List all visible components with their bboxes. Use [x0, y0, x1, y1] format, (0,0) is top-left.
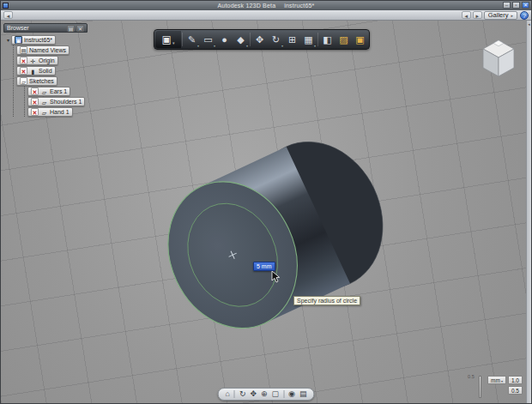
- tool-extrude-button[interactable]: ◆▾: [233, 31, 249, 48]
- help-icon[interactable]: ?: [520, 11, 529, 20]
- move-icon: ✥: [256, 34, 263, 45]
- tool-sketch-button[interactable]: ✎▾: [184, 31, 200, 48]
- sketch-icon: ✎: [188, 34, 196, 45]
- maximize-button[interactable]: ▫: [512, 2, 520, 9]
- panel-close-icon[interactable]: ✕: [76, 25, 84, 32]
- sphere-icon: ●: [221, 34, 227, 45]
- sketch-icon: ▱: [40, 98, 48, 106]
- tool-combine-button[interactable]: ⊞: [284, 31, 300, 48]
- box-icon: ▭: [203, 34, 212, 45]
- grid-ruler[interactable]: 0.5: [476, 376, 484, 398]
- display-settings-icon[interactable]: ▤: [299, 389, 307, 400]
- gallery-label: Gallery: [488, 11, 509, 19]
- combine-icon: ⊞: [288, 34, 296, 45]
- browser-item-root[interactable]: ▾ ▣ instruct65*: [5, 35, 88, 45]
- pattern-icon: ▦: [304, 34, 312, 45]
- look-at-icon[interactable]: ◉: [288, 389, 295, 400]
- browser-item-sketches[interactable]: ▱ Sketches: [16, 76, 88, 86]
- home-icon[interactable]: ⌂: [226, 389, 230, 400]
- scale-controls: 0.5 mm▾ 1.0 0.5: [476, 376, 523, 398]
- visibility-off-icon[interactable]: ✕: [31, 98, 39, 106]
- browser-item-solid[interactable]: ✕ ▮ Solid: [16, 66, 88, 75]
- unit-label: mm: [491, 377, 500, 383]
- navigation-bar: ⌂ ↻ ✥ ⊕ ▢ ◉ ▤: [218, 388, 315, 401]
- menu-bar: ◂ ◂ ▸ Gallery ▸ ?: [1, 10, 531, 21]
- primitives-menu-button[interactable]: ▣ ▾: [155, 31, 181, 48]
- app-icon: [3, 3, 9, 9]
- panel-menu-icon[interactable]: ▤: [67, 25, 75, 32]
- browser-item-ears[interactable]: ✕ ▱ Ears 1: [27, 87, 88, 96]
- unit-select[interactable]: mm▾: [487, 376, 506, 384]
- visibility-off-icon[interactable]: ✕: [31, 108, 39, 116]
- zoom-icon[interactable]: ⊕: [261, 389, 268, 400]
- tool-material-button[interactable]: ▨: [336, 31, 352, 48]
- tool-snapshot-button[interactable]: ▣: [352, 31, 368, 48]
- ruler-icon: [479, 376, 481, 398]
- shell-icon: ◧: [323, 34, 331, 45]
- radius-input[interactable]: 5 mm: [253, 262, 275, 271]
- zoom-window-icon[interactable]: ▢: [272, 389, 280, 400]
- document-cube-icon: ▣: [15, 36, 22, 44]
- right-scroll-strip[interactable]: ◂: [526, 21, 531, 403]
- solid-icon: ▮: [29, 67, 37, 75]
- nav-right-icon[interactable]: ▸: [473, 11, 482, 19]
- browser-item-label: instruct65*: [24, 37, 52, 43]
- browser-item-label: Hand 1: [50, 109, 70, 115]
- app-title: Autodesk 123D Beta: [217, 3, 275, 9]
- snap-input[interactable]: 0.5: [508, 386, 523, 395]
- revolve-icon: ↻: [272, 34, 280, 45]
- minimize-button[interactable]: –: [503, 2, 511, 9]
- browser-tree: ▾ ▣ instruct65* ▤ Named Views ✕ ✛: [3, 33, 88, 117]
- snapshot-icon: ▣: [355, 34, 364, 45]
- browser-item-hand[interactable]: ✕ ▱ Hand 1: [27, 107, 88, 117]
- visibility-off-icon[interactable]: ✕: [31, 87, 39, 95]
- main-toolbar: ▣ ▾ ✎▾ ▭▾ ● ◆▾ ✥ ↻▾ ⊞ ▦▾ ◧ ▨ ▣: [154, 29, 370, 50]
- extrude-icon: ◆: [237, 34, 244, 45]
- browser-item-label: Ears 1: [50, 88, 67, 94]
- chevron-down-icon: ▸: [511, 13, 513, 18]
- cube-logo-icon: ▣: [162, 33, 172, 45]
- view-cube[interactable]: [475, 35, 523, 83]
- title-bar: Autodesk 123D Beta instruct65* – ▫ ✕: [1, 1, 531, 10]
- sketch-icon: ▱: [40, 87, 48, 95]
- visibility-off-icon[interactable]: ✕: [20, 67, 27, 75]
- browser-item-shoulders[interactable]: ✕ ▱ Shoulders 1: [27, 97, 88, 106]
- chevron-down-icon: ▾: [172, 40, 175, 45]
- orbit-icon[interactable]: ↻: [239, 389, 246, 400]
- browser-header[interactable]: Browser ▤ ✕: [3, 23, 88, 33]
- back-icon[interactable]: ◂: [3, 11, 13, 19]
- cursor-icon: [271, 271, 281, 283]
- browser-item-named-views[interactable]: ▤ Named Views: [16, 45, 88, 55]
- tool-sphere-button[interactable]: ●: [216, 31, 233, 48]
- sketch-icon: ▱: [40, 108, 48, 116]
- origin-axes-icon: ✛: [29, 57, 37, 64]
- app-window: Autodesk 123D Beta instruct65* – ▫ ✕ ◂ ◂…: [0, 0, 532, 404]
- expander-icon[interactable]: ▾: [5, 37, 11, 43]
- ruler-tick-label: 0.5: [468, 374, 475, 379]
- sketches-folder-icon: ▱: [20, 77, 27, 85]
- close-button[interactable]: ✕: [522, 2, 529, 9]
- pan-icon[interactable]: ✥: [251, 389, 257, 400]
- browser-panel: Browser ▤ ✕ ▾ ▣ instruct65* ▤ Named View…: [3, 23, 88, 118]
- tool-revolve-button[interactable]: ↻▾: [268, 31, 284, 48]
- browser-item-label: Solid: [39, 68, 52, 74]
- tool-shell-button[interactable]: ◧: [319, 31, 336, 48]
- tool-pattern-button[interactable]: ▦▾: [300, 31, 317, 48]
- scroll-arrow-icon[interactable]: ◂: [527, 21, 531, 27]
- material-icon: ▨: [339, 34, 348, 45]
- browser-item-label: Sketches: [29, 78, 54, 84]
- grid-spacing-input[interactable]: 1.0: [508, 376, 523, 384]
- visibility-off-icon[interactable]: ✕: [20, 57, 27, 64]
- browser-item-label: Shoulders 1: [50, 99, 82, 105]
- chevron-down-icon: ▾: [501, 379, 503, 383]
- cylinder-model[interactable]: [138, 119, 413, 359]
- browser-item-label: Named Views: [29, 47, 66, 53]
- tool-box-button[interactable]: ▭▾: [200, 31, 216, 48]
- browser-item-label: Origin: [39, 57, 55, 63]
- browser-item-origin[interactable]: ✕ ✛ Origin: [16, 56, 88, 65]
- document-title: instruct65*: [284, 3, 314, 9]
- nav-left-icon[interactable]: ◂: [462, 11, 471, 19]
- tool-move-button[interactable]: ✥: [251, 31, 268, 48]
- browser-title: Browser: [7, 25, 29, 31]
- gallery-button[interactable]: Gallery ▸: [484, 11, 517, 20]
